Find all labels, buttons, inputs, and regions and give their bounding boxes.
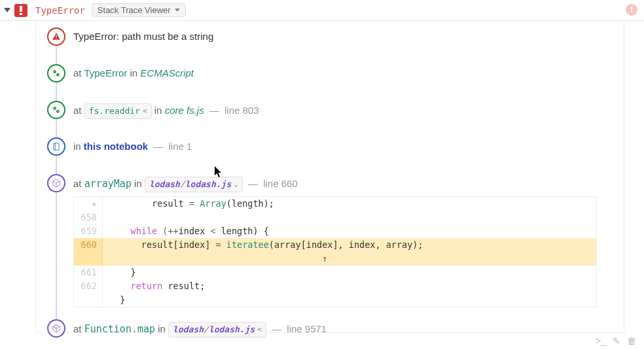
svg-point-7 <box>58 75 58 75</box>
gutter <box>74 252 103 266</box>
trash-icon[interactable]: 🗑 <box>627 336 636 346</box>
frame-error: TypeError: path must be a string <box>21 27 644 46</box>
code-content: return result; <box>103 279 596 293</box>
in-label: in <box>134 178 142 189</box>
frame-function-map: at Function.map in lodash/lodash.js < — … <box>21 319 644 338</box>
notebook-icon <box>47 137 65 156</box>
code-content: result = Array(length); <box>103 197 596 211</box>
line-info: line 9571 <box>287 323 327 334</box>
terminal-icon[interactable]: >_ <box>596 336 606 346</box>
dash: — <box>272 323 281 334</box>
chevron-left-icon: < <box>257 323 262 336</box>
fn-pill[interactable]: fs.readdir < <box>84 103 152 119</box>
frame-notebook: in this notebook — line 1 <box>21 137 644 156</box>
code-line: 658 <box>74 211 596 224</box>
gutter: 661 <box>74 266 103 279</box>
svg-point-11 <box>58 111 58 112</box>
code-line: 661 } <box>74 266 596 279</box>
svg-rect-3 <box>56 38 56 39</box>
stack-timeline: TypeError: path must be a string at Type… <box>21 27 644 338</box>
fn-label[interactable]: arrayMap <box>84 178 132 190</box>
frame-fs-readdir: at fs.readdir < in core fs.js — line 803 <box>21 101 644 119</box>
svg-rect-1 <box>20 13 22 15</box>
at-label: at <box>73 323 82 334</box>
in-label: in <box>73 141 81 152</box>
at-label: at <box>73 105 82 116</box>
code-content: } <box>103 293 596 307</box>
line-info: line 803 <box>224 105 259 116</box>
gutter: 659 <box>74 224 103 238</box>
alert-triangle-icon <box>47 27 65 46</box>
code-content <box>103 211 596 224</box>
footer-toolbar: >_ ✎ 🗑 <box>596 336 636 346</box>
notebook-link[interactable]: this notebook <box>84 141 148 152</box>
svg-point-10 <box>54 108 55 109</box>
code-line: ✷ result = Array(length); <box>74 197 596 211</box>
header: TypeError Stack Trace Viewer <box>0 0 644 21</box>
in-label: in <box>154 105 162 116</box>
gutter: ✷ <box>74 197 103 211</box>
gutter: 662 <box>74 279 103 293</box>
svg-point-6 <box>54 71 55 72</box>
in-label: in <box>158 323 166 334</box>
code-content: } <box>103 266 596 279</box>
package-icon <box>47 174 65 192</box>
code-line: } <box>74 293 596 307</box>
fn-link[interactable]: TypeError <box>84 67 127 79</box>
chevron-left-icon: < <box>143 105 147 118</box>
code-content: while (++index < length) { <box>103 224 596 238</box>
error-caret-icon: ↑ <box>322 253 327 264</box>
gutter <box>74 293 103 307</box>
in-label: in <box>130 67 137 79</box>
code-line: 662 return result; <box>74 279 596 293</box>
code-content: result[index] = iteratee(array[index], i… <box>103 238 596 252</box>
package-icon <box>47 319 65 338</box>
frame-arraymap: at arrayMap in lodash/lodash.js ⌄ — line… <box>21 174 644 192</box>
gutter: 658 <box>74 211 103 224</box>
code-line-highlighted: ↑ <box>74 252 596 266</box>
frame-typeerror: at TypeError in ECMAScript <box>21 64 644 82</box>
chevron-down-icon: ⌄ <box>234 178 238 191</box>
edit-icon[interactable]: ✎ <box>613 336 620 346</box>
path-pill[interactable]: lodash/lodash.js < <box>168 322 266 338</box>
gears-icon <box>47 101 65 119</box>
path-pill[interactable]: lodash/lodash.js ⌄ <box>145 177 243 192</box>
chevron-down-icon <box>175 9 180 12</box>
line-info: line 660 <box>263 178 298 189</box>
viewer-select-label: Stack Trace Viewer <box>98 5 171 15</box>
svg-rect-12 <box>54 143 59 150</box>
code-line: 659 while (++index < length) { <box>74 224 596 238</box>
line-info: line 1 <box>169 141 192 152</box>
collapse-toggle[interactable] <box>4 8 10 12</box>
source-label[interactable]: ECMAScript <box>140 67 194 79</box>
code-line-highlighted: 660 result[index] = iteratee(array[index… <box>74 238 596 252</box>
error-badge-icon <box>14 4 27 17</box>
svg-rect-0 <box>20 6 22 12</box>
svg-rect-2 <box>56 35 56 38</box>
fn-label[interactable]: Function.map <box>84 323 155 335</box>
dash: — <box>209 105 219 116</box>
gears-icon <box>47 64 65 82</box>
source-label[interactable]: core fs.js <box>165 105 204 116</box>
error-message: TypeError: path must be a string <box>73 31 213 42</box>
at-label: at <box>73 67 82 79</box>
dash: — <box>248 178 258 189</box>
stack-trace-panel: TypeError Stack Trace Viewer TypeError: … <box>0 0 644 350</box>
fn-pill-label: fs.readdir <box>89 105 140 118</box>
code-content: ↑ <box>103 252 596 266</box>
code-snippet: ✷ result = Array(length);658659 while (+… <box>73 196 597 307</box>
warning-dot-icon[interactable] <box>626 4 637 16</box>
error-type-label: TypeError <box>35 5 85 16</box>
gutter: 660 <box>74 238 103 252</box>
dash: — <box>153 141 163 152</box>
viewer-select[interactable]: Stack Trace Viewer <box>92 3 186 17</box>
at-label: at <box>73 178 82 189</box>
